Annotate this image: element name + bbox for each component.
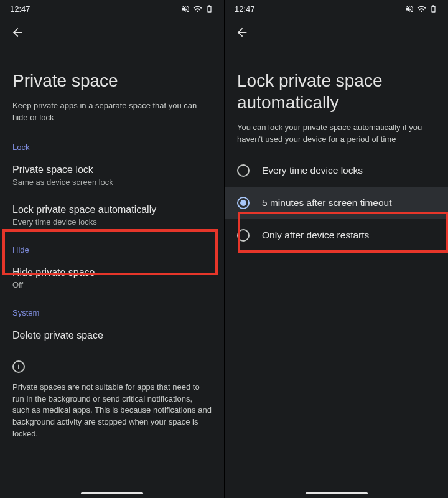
setting-lock-automatically[interactable]: Lock private space automatically Every t… <box>0 195 224 235</box>
header <box>0 17 224 45</box>
setting-sub: Every time device locks <box>12 217 212 227</box>
screen-lock-auto: 12:47 Lock private space automatically Y… <box>224 0 448 498</box>
radio-after-restart[interactable]: Only after device restarts <box>225 219 448 251</box>
page-title: Private space <box>0 45 224 100</box>
info-row: i <box>0 352 224 377</box>
mute-icon <box>405 4 414 14</box>
arrow-back-icon <box>235 26 249 39</box>
section-label-hide: Hide <box>0 235 224 258</box>
header <box>225 17 448 45</box>
setting-title: Private space lock <box>12 164 212 176</box>
radio-off-icon <box>237 229 250 242</box>
setting-sub: Same as device screen lock <box>12 177 212 187</box>
status-time: 12:47 <box>235 4 255 14</box>
back-button[interactable] <box>235 25 250 40</box>
setting-title: Delete private space <box>12 330 212 341</box>
nav-handle[interactable] <box>306 492 368 494</box>
status-bar: 12:47 <box>225 0 448 17</box>
radio-label: Only after device restarts <box>262 230 369 241</box>
info-text: Private spaces are not suitable for apps… <box>0 377 224 440</box>
screen-private-space: 12:47 Private space Keep private apps in… <box>0 0 224 498</box>
radio-label: Every time device locks <box>262 165 363 176</box>
back-button[interactable] <box>10 25 25 40</box>
page-title: Lock private space automatically <box>225 45 448 122</box>
radio-5-minutes[interactable]: 5 minutes after screen timeout <box>225 187 448 219</box>
mute-icon <box>181 4 190 14</box>
radio-label: 5 minutes after screen timeout <box>262 197 392 209</box>
section-label-system: System <box>0 298 224 321</box>
setting-title: Lock private space automatically <box>12 204 212 215</box>
setting-delete-private-space[interactable]: Delete private space <box>0 321 224 352</box>
page-subtitle: Keep private apps in a separate space th… <box>0 100 224 133</box>
battery-icon <box>205 4 214 14</box>
radio-on-icon <box>237 197 250 209</box>
status-bar: 12:47 <box>0 0 224 17</box>
status-icons <box>405 4 438 14</box>
radio-every-lock[interactable]: Every time device locks <box>225 154 448 187</box>
section-label-lock: Lock <box>0 133 224 156</box>
battery-icon <box>429 4 438 14</box>
wifi-icon <box>417 4 426 14</box>
nav-handle[interactable] <box>81 492 143 494</box>
setting-hide-private-space[interactable]: Hide private space Off <box>0 258 224 298</box>
page-subtitle: You can lock your private space automati… <box>225 122 448 154</box>
status-icons <box>181 4 214 14</box>
arrow-back-icon <box>11 26 24 39</box>
wifi-icon <box>193 4 202 14</box>
setting-title: Hide private space <box>12 267 212 278</box>
setting-sub: Off <box>12 280 212 289</box>
radio-off-icon <box>237 164 250 177</box>
setting-private-space-lock[interactable]: Private space lock Same as device screen… <box>0 156 224 195</box>
info-icon: i <box>12 360 25 373</box>
status-time: 12:47 <box>10 4 30 14</box>
